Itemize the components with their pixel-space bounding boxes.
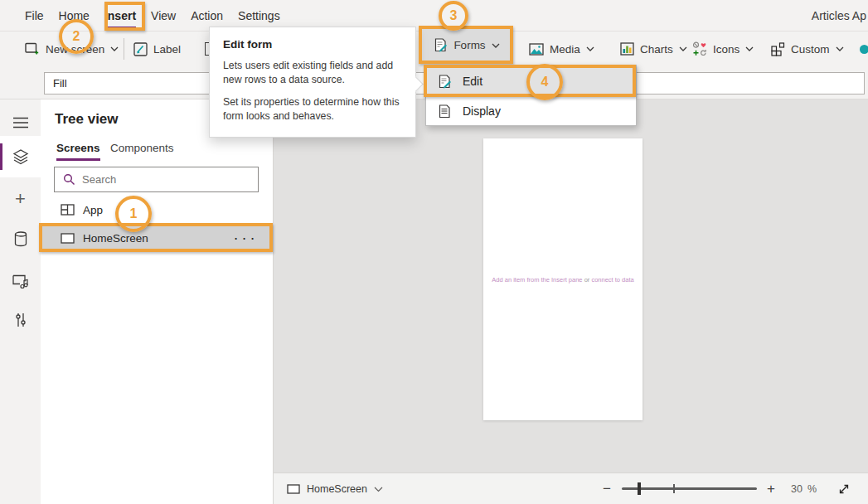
tab-components[interactable]: Components <box>110 142 174 154</box>
layers-icon <box>12 148 29 165</box>
label-label: Label <box>153 43 181 56</box>
connect-to-data-link[interactable]: connect to data <box>589 276 633 284</box>
forms-menu-item-display[interactable]: Display <box>426 97 636 125</box>
menu-home[interactable]: Home <box>59 0 90 32</box>
search-input[interactable] <box>82 173 258 186</box>
menu-insert-label: Insert <box>104 9 136 22</box>
custom-label: Custom <box>791 43 830 56</box>
canvas-status-bar: HomeScreen − + 30 % <box>274 472 868 504</box>
chevron-down-icon <box>586 46 594 51</box>
menu-item-label: Edit <box>463 75 482 88</box>
custom-dropdown-button[interactable]: Custom <box>771 32 844 66</box>
forms-dropdown-button[interactable]: Forms <box>421 27 512 63</box>
tree-view-rail-button[interactable] <box>0 136 41 177</box>
form-edit-icon <box>434 38 448 52</box>
label-icon <box>133 42 148 56</box>
new-screen-icon <box>25 42 40 56</box>
chevron-down-icon <box>836 46 844 51</box>
active-tab-underline <box>104 27 136 29</box>
panel-title: Tree view <box>55 111 119 128</box>
media-rail-button[interactable] <box>0 269 41 295</box>
fit-to-window-button[interactable] <box>834 473 854 504</box>
tab-screens[interactable]: Screens <box>56 142 100 154</box>
zoom-level: 30 % <box>791 473 817 504</box>
chevron-down-icon <box>110 46 119 51</box>
left-navigation-rail: + <box>0 99 41 504</box>
icons-icon <box>692 41 707 56</box>
tooltip-title: Edit form <box>223 38 402 51</box>
tree-item-label: HomeScreen <box>83 232 148 245</box>
design-canvas[interactable]: Add an item from the Insert pane or conn… <box>274 99 868 472</box>
rail-selected-indicator <box>0 143 2 170</box>
chevron-down-icon <box>374 487 383 492</box>
charts-label: Charts <box>640 43 673 56</box>
screen-media-icon <box>12 274 29 289</box>
zoom-slider-thumb[interactable] <box>638 482 641 495</box>
forms-menu-item-edit[interactable]: Edit <box>426 65 636 97</box>
current-screen-selector[interactable]: HomeScreen <box>287 473 383 504</box>
charts-icon <box>620 42 634 56</box>
insert-rail-button[interactable]: + <box>0 186 41 212</box>
menu-file[interactable]: File <box>25 0 44 32</box>
sliders-icon <box>14 313 27 327</box>
tree-item-homescreen[interactable]: HomeScreen · · · <box>41 225 274 251</box>
icons-label: Icons <box>713 43 739 56</box>
zoom-slider-midpoint-tick <box>673 484 675 493</box>
chevron-down-icon <box>492 43 500 48</box>
zoom-unit: % <box>807 483 817 495</box>
zoom-in-button[interactable]: + <box>763 473 779 504</box>
empty-screen-hint: Add an item from the Insert pane or conn… <box>492 276 633 284</box>
zoom-value: 30 <box>791 483 803 495</box>
clipped-toolbar-item-icon <box>860 45 868 54</box>
plus-icon: + <box>15 190 26 208</box>
new-screen-label: New screen <box>46 43 104 56</box>
zoom-out-button[interactable]: − <box>599 473 615 504</box>
media-label: Media <box>550 43 580 56</box>
new-screen-button[interactable]: New screen <box>25 32 119 66</box>
tree-item-app[interactable]: App <box>41 197 274 222</box>
tooltip-paragraph: Set its properties to determine how this… <box>223 95 402 124</box>
tooltip-paragraph: Lets users edit existing fields and add … <box>223 59 402 87</box>
tree-view-panel: Tree view Screens Components App HomeScr… <box>41 99 274 504</box>
screen-icon <box>287 484 300 494</box>
chevron-down-icon <box>679 46 687 51</box>
insert-ribbon: New screen Label Forms Media Cha <box>0 32 868 66</box>
forms-menu: Edit Display <box>425 65 637 126</box>
hint-text: Add an item from the Insert pane <box>492 276 584 284</box>
menu-item-label: Display <box>463 104 501 118</box>
form-edit-icon <box>438 75 452 89</box>
more-options-icon[interactable]: · · · <box>235 232 255 245</box>
menu-insert[interactable]: Insert <box>104 0 136 32</box>
media-dropdown-button[interactable]: Media <box>529 32 594 66</box>
charts-dropdown-button[interactable]: Charts <box>620 32 687 66</box>
form-display-icon <box>438 104 452 119</box>
media-icon <box>529 43 544 56</box>
custom-icon <box>771 42 785 56</box>
database-icon <box>14 231 27 247</box>
forms-label: Forms <box>453 39 485 51</box>
search-icon <box>63 173 75 186</box>
screen-icon <box>61 233 75 244</box>
zoom-slider[interactable] <box>622 487 757 490</box>
powerapps-studio: { "app_title": "Articles Ap", "menubar":… <box>0 0 868 504</box>
chevron-down-icon <box>745 46 754 51</box>
menu-view[interactable]: View <box>151 0 176 32</box>
active-tab-underline <box>56 158 100 161</box>
app-title: Articles Ap <box>812 0 866 32</box>
icons-dropdown-button[interactable]: Icons <box>692 32 754 66</box>
tree-item-label: App <box>83 204 103 216</box>
advanced-tools-rail-button[interactable] <box>0 307 41 333</box>
data-sources-rail-button[interactable] <box>0 225 41 252</box>
tree-search-box[interactable] <box>54 167 259 192</box>
toolbar-divider <box>124 38 124 60</box>
screen-preview[interactable]: Add an item from the Insert pane or conn… <box>483 138 643 420</box>
app-icon <box>61 204 75 216</box>
edit-form-tooltip: Edit form Lets users edit existing field… <box>209 27 416 138</box>
current-screen-name: HomeScreen <box>307 483 367 495</box>
label-button[interactable]: Label <box>133 32 181 66</box>
hamburger-menu-icon[interactable] <box>0 109 41 136</box>
